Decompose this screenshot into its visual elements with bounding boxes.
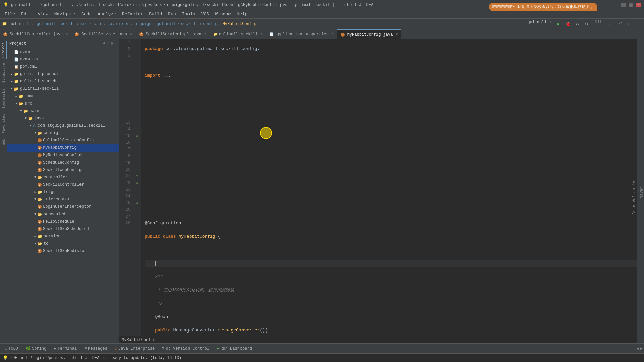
tree-gulimall-seckill[interactable]: ▼ 📂 gulimall-seckill <box>7 85 119 93</box>
bottom-bar-scroll-right[interactable]: ▶ <box>640 346 643 351</box>
tree-my-redisson-config[interactable]: C MyRedissonConfig <box>7 152 119 159</box>
tab-messages[interactable]: ≡ Messages <box>81 346 111 352</box>
debug-button[interactable]: 🐞 <box>564 20 572 28</box>
tree-gulimall-search[interactable]: ▶ 📁 gulimall-search <box>7 78 119 85</box>
tab-java-enterprise[interactable]: ☕ Java Enterprise <box>111 345 158 352</box>
tree-to-folder[interactable]: ▼ 📂 to <box>7 240 119 247</box>
bc-gulimall2[interactable]: gulimall <box>157 22 176 26</box>
bc-main[interactable]: main <box>93 22 102 26</box>
tree-java[interactable]: ▼ 📂 java <box>7 115 119 122</box>
tree-package[interactable]: ▼ ⬡ com.atguigu.gulimall.seckill <box>7 122 119 129</box>
sidebar-header: Project ⊕ ≡ ⚙ – <box>7 39 119 48</box>
tab-seckill-controller[interactable]: C SeckillController.java × <box>0 29 71 39</box>
bc-seckill[interactable]: seckill <box>181 22 198 26</box>
tree-scheduled-folder[interactable]: ▼ 📂 scheduled <box>7 210 119 218</box>
menu-build[interactable]: Build <box>146 11 165 17</box>
bc-config[interactable]: config <box>203 22 217 26</box>
menu-analyze[interactable]: Analyze <box>95 11 119 17</box>
editor-breadcrumb: MyRabbitConfig <box>119 336 637 343</box>
tree-seckill-sku-redis-to[interactable]: C SeckillSkuRedisTo <box>7 247 119 255</box>
project-panel-toggle[interactable]: Project <box>1 41 7 59</box>
git-pull[interactable]: ↓ <box>634 20 642 28</box>
bc-atguigu[interactable]: atguigu <box>135 22 151 26</box>
tab-application-properties[interactable]: 📄 application.properties × <box>266 29 337 39</box>
editor-bc-filename: MyRabbitConfig <box>122 338 156 342</box>
tree-hello-schedule[interactable]: C HelloSchedule <box>7 218 119 225</box>
minimize-button[interactable]: – <box>621 3 626 7</box>
tree-seckill-controller[interactable]: C SeckillController <box>7 181 119 188</box>
tree-mvnw-cmd[interactable]: 📄 mvnw.cmd <box>7 56 119 63</box>
menu-help[interactable]: Help <box>234 11 250 17</box>
tree-seckill-web-config[interactable]: C SeckillWebConfig <box>7 166 119 174</box>
left-panel-icons: Project Structure Bookmarks Favorites We… <box>0 39 7 343</box>
todo-label: TODO <box>8 346 18 351</box>
tree-config-folder[interactable]: ▼ 📂 config <box>7 129 119 137</box>
sidebar-minimize-icon[interactable]: – <box>114 41 117 46</box>
project-selector[interactable]: 📁 gulimall <box>2 21 29 26</box>
menu-navigate[interactable]: Navigate <box>52 11 78 17</box>
bottom-bar-scroll-left[interactable]: ◀ <box>637 346 639 351</box>
web-toggle[interactable]: Web <box>1 137 6 147</box>
tree-main[interactable]: ▼ 📂 main <box>7 107 119 115</box>
sidebar-settings-icon[interactable]: ⚙ <box>111 41 113 46</box>
tree-scheduled-config[interactable]: C ScheduledConfig <box>7 159 119 166</box>
tree-gulimall-product[interactable]: ▶ 📁 gulimall-product <box>7 70 119 78</box>
tree-mvn[interactable]: ▶ 📁 .mvn <box>7 93 119 100</box>
menu-view[interactable]: View <box>35 11 51 17</box>
menu-code[interactable]: Code <box>78 11 94 17</box>
spring-icon: 🌿 <box>25 346 31 351</box>
sidebar-collapse-icon[interactable]: ≡ <box>107 41 109 46</box>
sidebar-scope-icon[interactable]: ⊕ <box>103 41 105 46</box>
favorites-toggle[interactable]: Favorites <box>1 112 6 135</box>
menu-window[interactable]: Window <box>212 11 233 17</box>
git-merge[interactable]: ⎇ <box>615 20 623 28</box>
tab-terminal[interactable]: ▶ Terminal <box>50 345 80 352</box>
notification-bar: 💡 IDE and Plugin Updates: IntelliJ IDEA … <box>0 353 644 362</box>
tree-login-user-interceptor[interactable]: C LoginUserInterceptor <box>7 203 119 210</box>
tree-interceptor-folder[interactable]: ▼ 📂 interceptor <box>7 196 119 203</box>
menu-refactor[interactable]: Refactor <box>119 11 146 17</box>
menu-vcs[interactable]: VCS <box>199 11 212 17</box>
tab-gulimall-seckill[interactable]: 📁 gulimall-seckill × <box>210 29 266 39</box>
tree-feign-folder[interactable]: ▶ 📁 feign <box>7 188 119 196</box>
tree-my-rabbit-config[interactable]: C MyRabbitConfig <box>7 144 119 152</box>
run-button[interactable]: ▶ <box>554 20 562 28</box>
bean-validation-label[interactable]: Bean Validation <box>632 178 637 215</box>
close-button[interactable]: × <box>636 3 641 7</box>
tree-mvnw[interactable]: 📄 mvnw <box>7 48 119 56</box>
tab-todo[interactable]: ☑ TODO <box>1 345 21 352</box>
menu-tools[interactable]: Tools <box>179 11 198 17</box>
bc-com[interactable]: com <box>122 22 129 26</box>
tab-spring[interactable]: 🌿 Spring <box>22 345 50 352</box>
tab-run-dashboard[interactable]: ▶ Run Dashboard <box>213 345 255 352</box>
tree-gulimall-session-config[interactable]: C GulimallSessionConfig <box>7 137 119 144</box>
menu-file[interactable]: File <box>2 11 18 17</box>
bookmarks-toggle[interactable]: Bookmarks <box>1 87 6 110</box>
tab-version-control[interactable]: ⌥ 9: Version Control <box>159 345 213 352</box>
maximize-button[interactable]: □ <box>629 3 633 7</box>
bc-file[interactable]: MyRabbitConfig <box>223 22 257 26</box>
settings-button[interactable]: ⚙ <box>583 20 591 28</box>
structure-panel-toggle[interactable]: Structure <box>1 62 6 84</box>
tree-src[interactable]: ▼ 📂 src <box>7 100 119 107</box>
git-push[interactable]: ↑ <box>625 20 633 28</box>
tab-seckill-service-impl[interactable]: C SeckillServiceImpl.java × <box>136 29 210 39</box>
maven-label[interactable]: Maven <box>639 186 644 198</box>
tree-seckill-sku-scheduled[interactable]: C SeckillSkuScheduled <box>7 225 119 233</box>
code-content[interactable]: package com.atguigu.gulimall.seckill.con… <box>141 39 637 336</box>
tab-seckill-service[interactable]: I SeckillService.java × <box>71 29 136 39</box>
git-checkmark[interactable]: ✓ <box>606 20 614 28</box>
menu-run[interactable]: Run <box>165 11 178 17</box>
tab-my-rabbit-config[interactable]: C MyRabbitConfig.java × <box>337 29 402 39</box>
maven-panel[interactable]: Maven Bean Validation <box>637 39 644 343</box>
refresh-button[interactable]: ↻ <box>573 20 581 28</box>
code-area[interactable]: 1 2 3 13 14 15 16 17 <box>119 39 637 336</box>
tree-pom-xml[interactable]: 📋 pom.xml <box>7 63 119 70</box>
menu-edit[interactable]: Edit <box>18 11 34 17</box>
window-controls[interactable]: – □ × <box>621 3 641 7</box>
tree-service-folder[interactable]: ▶ 📁 service <box>7 233 119 240</box>
bc-src[interactable]: src <box>80 22 88 26</box>
tree-controller-folder[interactable]: ▼ 📂 controller <box>7 174 119 181</box>
bc-module[interactable]: gulimall-seckill <box>37 22 75 26</box>
bc-java[interactable]: java <box>107 22 117 26</box>
